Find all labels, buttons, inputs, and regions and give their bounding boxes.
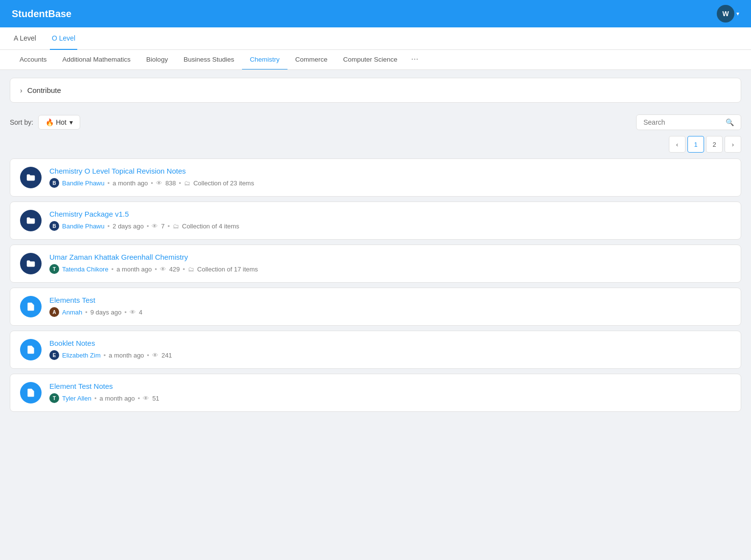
views-count: 241 — [161, 352, 172, 359]
pagination-row: ‹ 1 2 › — [10, 136, 741, 153]
collection-icon: 🗂 — [173, 223, 179, 230]
post-time: 9 days ago — [90, 309, 122, 316]
post-time: a month ago — [116, 266, 152, 273]
collection-icon: 🗂 — [188, 266, 194, 273]
sort-label: Sort by: — [10, 118, 33, 126]
search-icon: 🔍 — [726, 118, 734, 126]
list-item: Elements Test A Anmah • 9 days ago • 👁 4 — [10, 288, 741, 326]
views-icon: 👁 — [156, 179, 162, 187]
chevron-down-icon: ▾ — [736, 10, 739, 17]
post-folder-icon — [20, 253, 42, 274]
main-content: › Contribute Sort by: 🔥 Hot ▾ 🔍 ‹ 1 2 › — [0, 70, 751, 425]
search-input[interactable] — [643, 118, 722, 126]
subject-tab-business-studies[interactable]: Business Studies — [176, 50, 242, 70]
post-title[interactable]: Umar Zaman Khattak Greenhall Chemistry — [49, 253, 731, 261]
tab-a-level[interactable]: A Level — [12, 27, 38, 50]
post-meta: T Tatenda Chikore • a month ago • 👁 429 … — [49, 264, 731, 274]
post-title[interactable]: Booklet Notes — [49, 339, 731, 347]
views-count: 7 — [161, 223, 164, 230]
views-count: 51 — [152, 395, 159, 402]
post-title[interactable]: Chemistry O Level Topical Revision Notes — [49, 167, 731, 175]
post-doc-icon — [20, 296, 42, 317]
dropdown-chevron-icon: ▾ — [69, 118, 73, 126]
author-avatar: A — [49, 307, 59, 317]
search-box: 🔍 — [636, 114, 741, 130]
collection-label: Collection of 4 items — [182, 223, 239, 230]
user-menu[interactable]: W ▾ — [717, 5, 739, 22]
post-title[interactable]: Element Test Notes — [49, 382, 731, 390]
post-meta: A Anmah • 9 days ago • 👁 4 — [49, 307, 731, 317]
views-icon: 👁 — [130, 309, 136, 316]
tab-o-level[interactable]: O Level — [50, 27, 77, 50]
collection-icon: 🗂 — [184, 179, 190, 187]
post-content: Elements Test A Anmah • 9 days ago • 👁 4 — [49, 296, 731, 317]
post-title[interactable]: Elements Test — [49, 296, 731, 304]
post-meta: B Bandile Phawu • 2 days ago • 👁 7 • 🗂 C… — [49, 221, 731, 231]
author-name[interactable]: Tyler Allen — [62, 395, 91, 402]
subject-tabs: Accounts Additional Mathematics Biology … — [0, 50, 751, 70]
author-avatar: T — [49, 393, 59, 403]
author-name[interactable]: Anmah — [62, 309, 82, 316]
sort-value: 🔥 Hot — [45, 118, 66, 126]
avatar[interactable]: W — [717, 5, 734, 22]
collection-label: Collection of 23 items — [193, 179, 254, 187]
subject-tab-computer-science[interactable]: Computer Science — [335, 50, 405, 70]
author-name[interactable]: Elizabeth Zim — [62, 352, 101, 359]
app-title: StudentBase — [12, 8, 71, 20]
views-count: 838 — [165, 179, 176, 187]
post-content: Element Test Notes T Tyler Allen • a mon… — [49, 382, 731, 403]
author-name[interactable]: Tatenda Chikore — [62, 266, 109, 273]
list-item: Chemistry Package v1.5 B Bandile Phawu •… — [10, 202, 741, 240]
subject-tab-additional-mathematics[interactable]: Additional Mathematics — [55, 50, 139, 70]
list-item: Element Test Notes T Tyler Allen • a mon… — [10, 374, 741, 412]
post-content: Chemistry Package v1.5 B Bandile Phawu •… — [49, 210, 731, 231]
post-meta: T Tyler Allen • a month ago • 👁 51 — [49, 393, 731, 403]
post-content: Umar Zaman Khattak Greenhall Chemistry T… — [49, 253, 731, 274]
subject-tab-accounts[interactable]: Accounts — [12, 50, 55, 70]
views-icon: 👁 — [152, 223, 158, 230]
post-meta: B Bandile Phawu • a month ago • 👁 838 • … — [49, 178, 731, 188]
controls-row: Sort by: 🔥 Hot ▾ 🔍 — [10, 111, 741, 136]
sort-group: Sort by: 🔥 Hot ▾ — [10, 115, 80, 130]
list-item: Umar Zaman Khattak Greenhall Chemistry T… — [10, 245, 741, 283]
header: StudentBase W ▾ — [0, 0, 751, 27]
views-count: 429 — [169, 266, 180, 273]
contribute-box[interactable]: › Contribute — [10, 78, 741, 103]
sort-dropdown[interactable]: 🔥 Hot ▾ — [38, 115, 80, 130]
subject-tab-chemistry[interactable]: Chemistry — [242, 50, 287, 70]
views-icon: 👁 — [152, 352, 158, 359]
list-item: Chemistry O Level Topical Revision Notes… — [10, 158, 741, 197]
post-time: a month ago — [109, 352, 144, 359]
views-icon: 👁 — [143, 395, 149, 402]
next-page-button[interactable]: › — [725, 136, 741, 153]
views-icon: 👁 — [160, 266, 166, 273]
list-item: Booklet Notes E Elizabeth Zim • a month … — [10, 331, 741, 369]
post-meta: E Elizabeth Zim • a month ago • 👁 241 — [49, 350, 731, 360]
level-tabs: A Level O Level — [0, 27, 751, 50]
page-1-button[interactable]: 1 — [687, 136, 704, 153]
author-avatar: E — [49, 350, 59, 360]
subject-tab-commerce[interactable]: Commerce — [287, 50, 335, 70]
subject-tab-biology[interactable]: Biology — [138, 50, 176, 70]
post-doc-icon — [20, 382, 42, 403]
post-time: a month ago — [112, 179, 148, 187]
page-2-button[interactable]: 2 — [706, 136, 723, 153]
collection-label: Collection of 17 items — [197, 266, 258, 273]
post-content: Booklet Notes E Elizabeth Zim • a month … — [49, 339, 731, 360]
post-folder-icon — [20, 210, 42, 231]
author-avatar: B — [49, 221, 59, 231]
post-content: Chemistry O Level Topical Revision Notes… — [49, 167, 731, 188]
author-avatar: B — [49, 178, 59, 188]
post-time: a month ago — [100, 395, 135, 402]
prev-page-button[interactable]: ‹ — [669, 136, 685, 153]
author-name[interactable]: Bandile Phawu — [62, 223, 105, 230]
author-avatar: T — [49, 264, 59, 274]
post-title[interactable]: Chemistry Package v1.5 — [49, 210, 731, 218]
post-folder-icon — [20, 167, 42, 188]
author-name[interactable]: Bandile Phawu — [62, 179, 105, 187]
views-count: 4 — [139, 309, 142, 316]
contribute-label: Contribute — [27, 86, 61, 94]
chevron-right-icon: › — [20, 87, 22, 94]
subject-tab-more[interactable]: ··· — [405, 50, 424, 70]
post-doc-icon — [20, 339, 42, 360]
